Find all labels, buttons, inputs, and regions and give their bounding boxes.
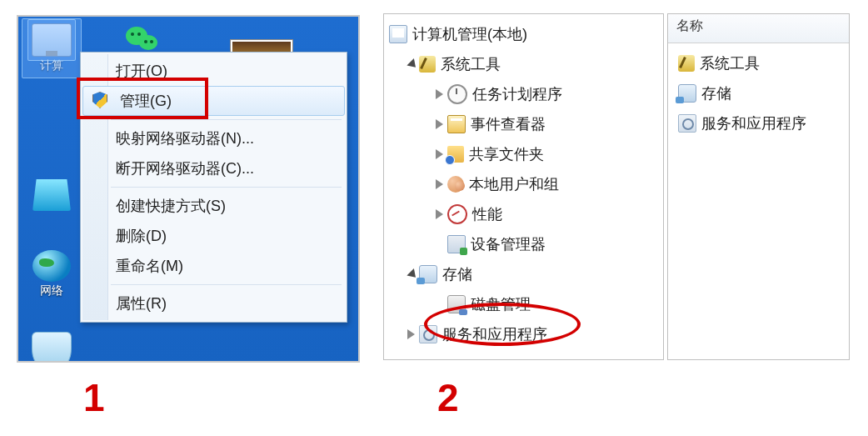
tree-performance-label: 性能: [472, 204, 502, 224]
tree-event-viewer-label: 事件查看器: [471, 114, 546, 134]
menu-item-delete[interactable]: 删除(D): [82, 221, 345, 251]
menu-item-manage[interactable]: 管理(G): [82, 86, 345, 116]
storage-icon: [678, 84, 696, 103]
list-header-name-label: 名称: [676, 18, 703, 33]
event-viewer-icon: [447, 115, 466, 133]
menu-separator: [111, 284, 342, 285]
list-item-system-tools-label: 系统工具: [700, 53, 760, 73]
desktop-icon-network[interactable]: 网络: [27, 250, 77, 298]
device-manager-icon: [447, 235, 466, 253]
shared-folder-icon: [447, 146, 464, 163]
services-icon: [678, 114, 696, 133]
computer-management-icon: [389, 25, 407, 43]
tree-task-scheduler-label: 任务计划程序: [472, 84, 562, 104]
tree-system-tools-label: 系统工具: [441, 54, 501, 74]
annotation-step-1: 1: [83, 375, 105, 420]
desktop-icon-computer[interactable]: 计算: [27, 23, 77, 73]
tree-storage[interactable]: 存储: [386, 259, 658, 289]
tree-twisty-none: [434, 298, 446, 310]
clock-icon: [447, 84, 467, 104]
tree-twisty-collapsed-icon[interactable]: [434, 208, 446, 220]
menu-separator: [111, 187, 342, 188]
users-icon: [447, 176, 464, 193]
tree-twisty-collapsed-icon[interactable]: [434, 148, 446, 160]
tree-twisty-expanded-icon[interactable]: [406, 268, 417, 280]
tree-local-users[interactable]: 本地用户和组: [386, 169, 658, 199]
list-header-name[interactable]: 名称: [668, 14, 849, 43]
desktop-icon-cup[interactable]: [27, 332, 77, 363]
desktop-icon-network-label: 网络: [27, 283, 77, 298]
menu-item-properties[interactable]: 属性(R): [82, 288, 345, 318]
menu-item-disconnect-drive-label: 断开网络驱动器(C)...: [116, 160, 254, 177]
context-menu: 打开(O) 管理(G) 映射网络驱动器(N)... 断开网络驱动器(C)... …: [80, 52, 347, 323]
tree-pane: 计算机管理(本地) 系统工具 任务计划程序 事件查看器 共享文件夹: [383, 13, 664, 360]
globe-icon: [32, 250, 71, 282]
tree-twisty-collapsed-icon[interactable]: [434, 178, 446, 190]
menu-separator: [111, 119, 342, 120]
menu-item-map-drive-label: 映射网络驱动器(N)...: [116, 130, 254, 147]
tree-system-tools[interactable]: 系统工具: [386, 49, 658, 79]
menu-item-rename[interactable]: 重命名(M): [82, 251, 345, 281]
menu-item-map-drive[interactable]: 映射网络驱动器(N)...: [82, 123, 345, 153]
menu-item-properties-label: 属性(R): [116, 295, 167, 312]
panel-1-desktop: 计算 网络 打开(O) 管理(G) 映射网络驱动器: [17, 15, 360, 363]
tree-twisty-collapsed-icon[interactable]: [434, 88, 446, 100]
tree-storage-label: 存储: [442, 264, 472, 284]
tools-icon: [419, 56, 436, 73]
tree-twisty-none: [434, 238, 446, 250]
menu-item-disconnect-drive[interactable]: 断开网络驱动器(C)...: [82, 153, 345, 183]
tree-twisty-collapsed-icon[interactable]: [434, 118, 446, 130]
list-body: 系统工具 存储 服务和应用程序: [668, 43, 849, 143]
tools-icon: [678, 55, 695, 72]
computer-icon: [32, 23, 72, 57]
menu-item-delete-label: 删除(D): [116, 228, 167, 244]
tree-device-manager-label: 设备管理器: [471, 234, 546, 254]
tree-shared-folders[interactable]: 共享文件夹: [386, 139, 658, 169]
menu-item-open-label: 打开(O): [116, 63, 167, 79]
tree-twisty-expanded-icon[interactable]: [406, 58, 417, 70]
list-item-system-tools[interactable]: 系统工具: [671, 48, 846, 78]
storage-icon: [419, 265, 437, 283]
tree-event-viewer[interactable]: 事件查看器: [386, 109, 658, 139]
menu-item-create-shortcut[interactable]: 创建快捷方式(S): [82, 191, 345, 221]
tree-root-label: 计算机管理(本地): [412, 24, 527, 44]
list-pane: 名称 系统工具 存储 服务和应用程序: [667, 13, 850, 360]
menu-item-manage-label: 管理(G): [120, 93, 172, 109]
wechat-icon: [124, 23, 162, 55]
list-item-services[interactable]: 服务和应用程序: [671, 108, 846, 138]
tree-root[interactable]: 计算机管理(本地): [386, 19, 658, 49]
recycle-bin-icon: [32, 179, 71, 211]
annotation-step-2: 2: [437, 375, 459, 420]
menu-item-open[interactable]: 打开(O): [82, 56, 345, 86]
disk-icon: [447, 295, 466, 313]
tree-local-users-label: 本地用户和组: [469, 174, 559, 194]
tree-performance[interactable]: 性能: [386, 199, 658, 229]
tree-services-apps[interactable]: 服务和应用程序: [386, 319, 658, 349]
tree-device-manager[interactable]: 设备管理器: [386, 229, 658, 259]
panel-2-computer-management: 计算机管理(本地) 系统工具 任务计划程序 事件查看器 共享文件夹: [383, 13, 850, 358]
tree: 计算机管理(本地) 系统工具 任务计划程序 事件查看器 共享文件夹: [384, 14, 663, 354]
tree-twisty-collapsed-icon[interactable]: [406, 328, 417, 340]
shield-icon: [92, 92, 107, 108]
tree-disk-management-label: 磁盘管理: [471, 294, 531, 314]
tree-disk-management[interactable]: 磁盘管理: [386, 289, 658, 319]
cup-icon: [32, 332, 72, 363]
tree-shared-folders-label: 共享文件夹: [469, 144, 544, 164]
desktop-icon-recycle[interactable]: [27, 179, 77, 213]
menu-item-create-shortcut-label: 创建快捷方式(S): [116, 198, 226, 214]
performance-icon: [447, 204, 467, 224]
menu-item-rename-label: 重命名(M): [116, 258, 183, 274]
list-item-services-label: 服务和应用程序: [701, 113, 806, 133]
tree-services-apps-label: 服务和应用程序: [442, 324, 547, 344]
tree-task-scheduler[interactable]: 任务计划程序: [386, 79, 658, 109]
list-item-storage[interactable]: 存储: [671, 78, 846, 108]
services-icon: [419, 325, 437, 343]
list-item-storage-label: 存储: [701, 83, 731, 103]
